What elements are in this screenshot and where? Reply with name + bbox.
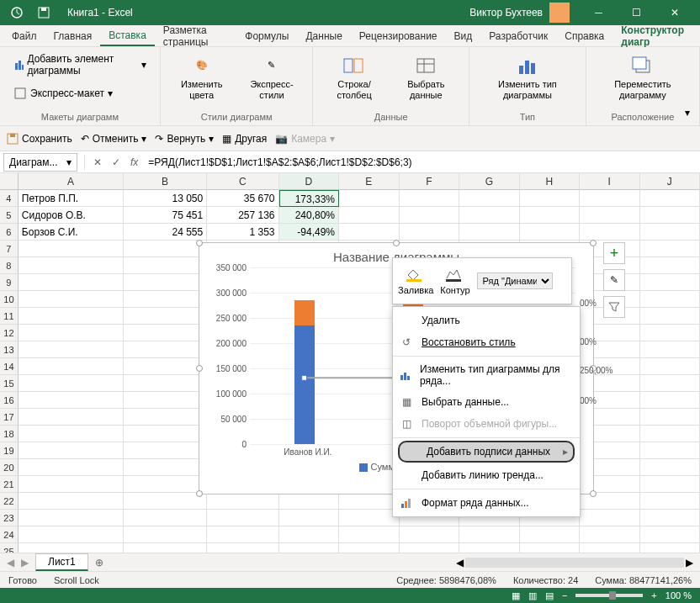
cell[interactable]: [124, 241, 207, 257]
col-header[interactable]: H: [520, 173, 580, 190]
resize-handle[interactable]: [590, 490, 597, 497]
cell[interactable]: [640, 274, 700, 291]
add-chart-element-button[interactable]: Добавить элемент диаграммы ▾: [8, 50, 151, 79]
cell[interactable]: [124, 325, 207, 341]
chart-plus-icon[interactable]: +: [603, 242, 625, 264]
cell[interactable]: [124, 526, 207, 543]
cell[interactable]: [124, 493, 207, 510]
cell[interactable]: [640, 459, 700, 476]
cell[interactable]: [124, 442, 207, 459]
row-header[interactable]: 14: [0, 358, 19, 375]
cell[interactable]: [640, 291, 700, 308]
cell[interactable]: [640, 426, 700, 442]
name-box[interactable]: Диаграм...▾: [3, 153, 77, 172]
cell[interactable]: [124, 510, 207, 526]
cell[interactable]: [19, 526, 124, 543]
cell[interactable]: 1 353: [207, 224, 278, 241]
cell[interactable]: [19, 442, 124, 459]
cell[interactable]: [640, 325, 700, 341]
tab-help[interactable]: Справка: [556, 27, 612, 45]
cell[interactable]: [124, 409, 207, 426]
cell[interactable]: [640, 190, 700, 207]
outline-button[interactable]: Контур: [440, 267, 469, 295]
cell[interactable]: [339, 493, 400, 510]
cell[interactable]: [520, 224, 581, 241]
cell[interactable]: [19, 375, 124, 392]
cell[interactable]: 24 555: [124, 224, 207, 241]
change-chart-type-button[interactable]: Изменить тип диаграммы: [478, 50, 577, 104]
worksheet-grid[interactable]: A B C D E F G H I J 4 Петров П.П. 13 050…: [0, 173, 700, 560]
tab-developer[interactable]: Разработчик: [480, 27, 556, 45]
view-normal-icon[interactable]: ▦: [512, 590, 520, 601]
zoom-in-button[interactable]: +: [651, 590, 656, 600]
sheet-tab[interactable]: Лист1: [35, 553, 88, 571]
col-header[interactable]: B: [124, 173, 207, 190]
cell[interactable]: [640, 241, 700, 257]
col-header[interactable]: E: [339, 173, 399, 190]
cell[interactable]: [640, 476, 700, 493]
cell[interactable]: 173,33%: [279, 190, 340, 207]
cell[interactable]: [459, 190, 520, 207]
select-data-button[interactable]: Выбрать данные: [392, 50, 460, 104]
formula-input[interactable]: [143, 156, 700, 168]
cell[interactable]: [640, 341, 700, 358]
view-break-icon[interactable]: ▤: [545, 590, 554, 601]
cell[interactable]: [19, 510, 124, 526]
chart-brush-icon[interactable]: ✎: [603, 269, 625, 291]
cell[interactable]: -94,49%: [279, 224, 340, 241]
cell[interactable]: [640, 375, 700, 392]
menu-reset-style[interactable]: ↺Восстановить стиль: [393, 331, 580, 353]
cell[interactable]: Борзов С.И.: [19, 224, 124, 241]
menu-add-data-labels[interactable]: Добавить подписи данных▸: [398, 441, 575, 463]
resize-handle[interactable]: [196, 490, 203, 497]
cell[interactable]: 35 670: [207, 190, 278, 207]
chart-styles-button[interactable]: ✎Экспресс-стили: [240, 50, 305, 104]
cell[interactable]: [520, 526, 581, 543]
chart-filter-icon[interactable]: [603, 296, 625, 318]
cell[interactable]: [640, 358, 700, 375]
tab-data[interactable]: Данные: [297, 27, 350, 45]
row-header[interactable]: 18: [0, 426, 19, 442]
cell[interactable]: [124, 375, 207, 392]
fill-button[interactable]: Заливка: [398, 267, 433, 295]
cell[interactable]: [640, 526, 700, 543]
tab-review[interactable]: Рецензирование: [351, 27, 446, 45]
cell[interactable]: [19, 493, 124, 510]
cell[interactable]: [19, 257, 124, 274]
sheet-nav-prev[interactable]: ◀: [7, 557, 14, 569]
row-header[interactable]: 8: [0, 257, 19, 274]
cell[interactable]: [19, 459, 124, 476]
col-header[interactable]: A: [19, 173, 124, 190]
cell[interactable]: [640, 510, 700, 526]
qat-undo[interactable]: ↶ Отменить ▾: [81, 133, 147, 145]
view-page-icon[interactable]: ▥: [528, 590, 537, 601]
row-header[interactable]: 24: [0, 526, 19, 543]
cell[interactable]: [640, 493, 700, 510]
cell[interactable]: 75 451: [124, 207, 207, 224]
cell[interactable]: [580, 224, 640, 241]
cell[interactable]: [520, 190, 581, 207]
fx-icon[interactable]: fx: [130, 156, 138, 168]
accept-formula-icon[interactable]: ✓: [107, 153, 125, 172]
tab-file[interactable]: Файл: [3, 27, 45, 45]
cell[interactable]: [19, 392, 124, 409]
cell[interactable]: [19, 308, 124, 325]
menu-select-data[interactable]: ▦Выбрать данные...: [393, 391, 580, 413]
cell[interactable]: [580, 526, 640, 543]
cell[interactable]: [279, 510, 340, 526]
cell[interactable]: [640, 257, 700, 274]
cell[interactable]: [459, 207, 520, 224]
select-all-cell[interactable]: [0, 173, 19, 190]
cell[interactable]: [124, 392, 207, 409]
cell[interactable]: [19, 409, 124, 426]
col-header[interactable]: G: [459, 173, 519, 190]
row-header[interactable]: 10: [0, 291, 19, 308]
col-header[interactable]: D: [279, 173, 339, 190]
cancel-formula-icon[interactable]: ✕: [88, 153, 107, 172]
user-name[interactable]: Виктор Бухтеев: [469, 7, 543, 19]
cell[interactable]: [124, 274, 207, 291]
cell[interactable]: [124, 308, 207, 325]
resize-handle[interactable]: [196, 365, 203, 372]
cell[interactable]: [339, 207, 400, 224]
row-header[interactable]: 22: [0, 493, 19, 510]
